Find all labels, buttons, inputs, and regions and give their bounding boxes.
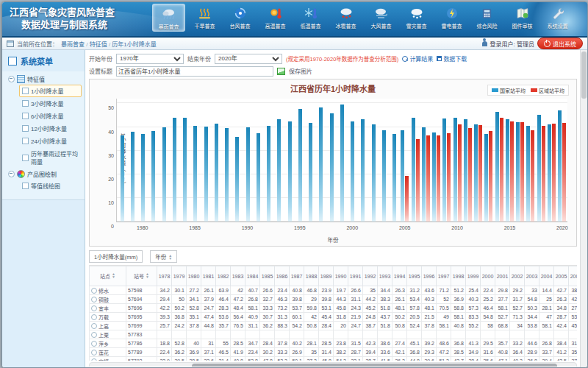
bar-national-1999[interactable] — [340, 105, 344, 222]
col-header-year[interactable]: 1989 — [319, 266, 334, 286]
col-header-year[interactable]: 1992 — [363, 266, 378, 286]
bar-national-2001[interactable] — [361, 119, 365, 222]
legend-item[interactable]: 区域站平均 — [531, 87, 564, 94]
col-header-year[interactable]: 2000 — [481, 266, 495, 286]
end-year-select[interactable]: 2020年 — [215, 54, 282, 64]
tree-item-3小时降水量[interactable]: 3小时降水量 — [19, 97, 82, 110]
v-scroll-thumb[interactable] — [581, 52, 587, 99]
bar-national-2010[interactable] — [453, 118, 457, 222]
bar-national-2005[interactable] — [401, 130, 404, 222]
bar-national-1991[interactable] — [257, 133, 260, 222]
bar-national-1993[interactable] — [277, 119, 281, 222]
compute-button[interactable]: 计算结果 — [402, 54, 433, 63]
col-header-year[interactable]: 1993 — [378, 266, 392, 286]
bar-regional-2011[interactable] — [468, 128, 472, 222]
bar-national-2004[interactable] — [392, 134, 396, 222]
col-header-year[interactable]: 1995 — [407, 266, 422, 286]
bar-national-1979[interactable] — [131, 132, 135, 222]
expand-row-icon[interactable] — [91, 350, 97, 355]
col-header-year[interactable]: 1981 — [201, 266, 216, 286]
bar-national-1982[interactable] — [162, 127, 166, 222]
checkbox-icon[interactable] — [22, 88, 29, 94]
bar-national-1989[interactable] — [235, 137, 239, 222]
col-header-station[interactable]: 站点 ▲▼ — [90, 266, 126, 286]
station-name-cell[interactable]: 上栗 — [90, 330, 126, 339]
checkbox-icon[interactable] — [22, 113, 29, 119]
bar-national-1981[interactable] — [151, 131, 155, 222]
start-year-select[interactable]: 1970年 — [116, 54, 184, 64]
bar-regional-2009[interactable] — [447, 133, 451, 222]
nav-item-map[interactable]: 图件审核 — [506, 4, 538, 32]
nav-item-heat[interactable]: 高温普查 — [259, 4, 291, 32]
tree-item-12小时降水量[interactable]: 12小时降水量 — [19, 122, 82, 135]
bar-national-2003[interactable] — [382, 130, 386, 222]
bar-national-1995[interactable] — [298, 109, 302, 222]
expand-row-icon[interactable] — [91, 305, 97, 311]
window-vertical-scrollbar[interactable] — [580, 50, 587, 367]
bar-national-1992[interactable] — [267, 126, 270, 222]
bar-national-2008[interactable] — [432, 132, 436, 222]
nav-item-wind[interactable]: 大风普查 — [365, 4, 397, 32]
expand-row-icon[interactable] — [91, 314, 97, 320]
bar-national-2002[interactable] — [372, 124, 376, 222]
bar-national-2000[interactable] — [351, 121, 354, 222]
bar-national-1988[interactable] — [225, 128, 229, 222]
bar-national-1987[interactable] — [215, 124, 218, 222]
checkbox-icon[interactable] — [22, 125, 29, 132]
nav-item-cold[interactable]: 低温普查 — [295, 4, 326, 32]
col-header-year[interactable]: 1985 — [260, 266, 275, 286]
col-header-year[interactable]: 1980 — [187, 266, 201, 286]
bar-regional-2017[interactable] — [531, 130, 534, 222]
col-header-year[interactable]: 1987 — [290, 266, 304, 286]
col-header-year[interactable]: 1999 — [466, 266, 481, 286]
nav-item-snow[interactable]: 雪灾普查 — [401, 4, 432, 32]
tree-item-等值线绘图[interactable]: 等值线绘图 — [19, 180, 82, 192]
expand-row-icon[interactable] — [91, 323, 97, 329]
bar-regional-2012[interactable] — [478, 125, 482, 222]
bar-national-2015[interactable] — [506, 119, 509, 222]
tree-group-特征值[interactable]: 特征值 — [8, 73, 82, 85]
tree-item-24小时降水量[interactable]: 24小时降水量 — [19, 135, 82, 147]
col-header-year[interactable]: 2004 — [539, 266, 554, 286]
nav-item-calculator[interactable]: 综合风险 — [471, 4, 503, 32]
col-header-year[interactable]: 1991 — [348, 266, 363, 286]
col-header-year[interactable]: 1994 — [392, 266, 407, 286]
nav-item-hail[interactable]: 冰雹普查 — [330, 4, 362, 32]
bar-national-2012[interactable] — [474, 124, 478, 222]
station-name-cell[interactable]: 万载 — [90, 313, 126, 322]
col-header-year[interactable]: 1978 — [157, 266, 172, 286]
checkbox-icon[interactable] — [22, 100, 29, 107]
station-name-cell[interactable]: 萍乡 — [90, 339, 126, 348]
expand-row-icon[interactable] — [91, 358, 97, 361]
bar-regional-2016[interactable] — [520, 122, 524, 222]
bar-national-2013[interactable] — [484, 134, 488, 222]
bar-national-1984[interactable] — [183, 118, 187, 222]
bar-national-2014[interactable] — [495, 112, 499, 222]
bar-regional-2015[interactable] — [510, 121, 514, 222]
bar-national-1997[interactable] — [319, 107, 323, 222]
col-header-year[interactable]: 1984 — [245, 266, 260, 286]
bar-regional-2019[interactable] — [552, 124, 556, 222]
col-header-id[interactable]: 站号 ▲▼ — [126, 266, 157, 286]
bar-national-2009[interactable] — [442, 118, 446, 222]
bar-national-1978[interactable] — [121, 135, 124, 222]
logout-button[interactable]: 退出系统 — [537, 38, 583, 49]
breadcrumb-link[interactable]: 暴雨普查 — [61, 41, 85, 48]
h-scroll-thumb[interactable] — [192, 364, 557, 367]
bar-national-2006[interactable] — [412, 118, 415, 222]
nav-item-drought[interactable]: 干旱普查 — [189, 4, 220, 32]
nav-item-settings[interactable]: 系统设置 — [542, 4, 573, 32]
nav-item-rain[interactable]: 暴雨普查 — [152, 4, 185, 32]
bar-regional-2020[interactable] — [562, 123, 566, 222]
expand-row-icon[interactable] — [91, 297, 97, 302]
download-button[interactable]: 数据下载 — [437, 54, 467, 63]
col-header-year[interactable]: 1990 — [334, 266, 348, 286]
bar-national-2011[interactable] — [464, 119, 467, 222]
col-header-year[interactable]: 1982 — [216, 266, 231, 286]
col-header-year[interactable]: 1988 — [304, 266, 319, 286]
bar-national-2020[interactable] — [558, 110, 562, 222]
bar-national-2018[interactable] — [537, 115, 541, 222]
nav-item-lightning[interactable]: 雷电普查 — [436, 4, 467, 32]
bar-regional-2007[interactable] — [426, 135, 430, 222]
tree-item-1小时降水量[interactable]: 1小时降水量 — [19, 85, 82, 97]
